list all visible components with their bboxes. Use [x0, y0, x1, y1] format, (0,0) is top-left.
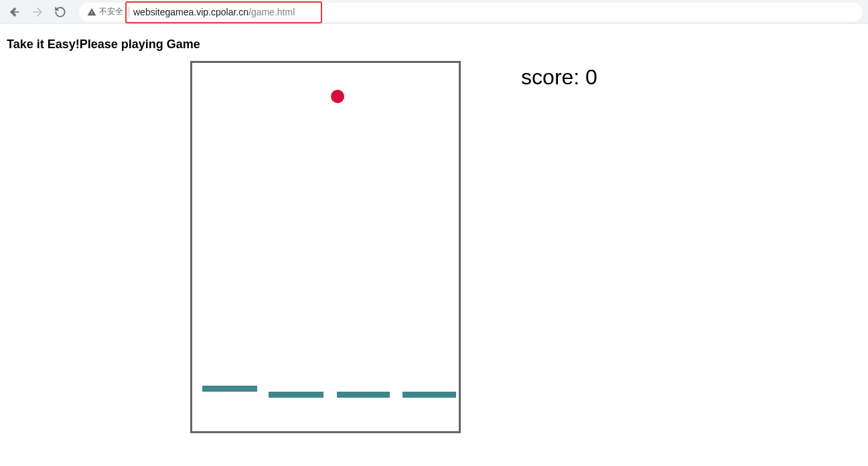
url-divider — [129, 7, 129, 17]
game-ball — [331, 90, 344, 103]
reload-button[interactable] — [51, 3, 70, 21]
game-canvas[interactable] — [190, 61, 461, 433]
browser-toolbar: 不安全 websitegamea.vip.cpolar.cn/game.html — [0, 0, 868, 24]
url-path: /game.html — [248, 7, 295, 17]
url-text: websitegamea.vip.cpolar.cn/game.html — [133, 7, 295, 17]
game-row: score: 0 — [0, 61, 863, 433]
security-warning[interactable]: 不安全 — [87, 6, 123, 17]
score-display: score: 0 — [521, 65, 597, 90]
back-button[interactable] — [5, 3, 24, 21]
security-label: 不安全 — [99, 6, 123, 17]
game-platform — [202, 386, 257, 392]
game-platform — [269, 392, 323, 398]
page-title: Take it Easy!Please playing Game — [7, 37, 863, 52]
score-label: score: — [521, 65, 585, 89]
address-bar[interactable]: 不安全 websitegamea.vip.cpolar.cn/game.html — [79, 3, 863, 21]
game-platform — [337, 392, 390, 398]
url-host: websitegamea.vip.cpolar.cn — [133, 7, 248, 17]
page-content: Take it Easy!Please playing Game score: … — [0, 24, 868, 433]
game-platform — [403, 392, 456, 398]
score-value: 0 — [585, 65, 597, 89]
warning-icon — [87, 7, 96, 17]
forward-button[interactable] — [28, 3, 47, 21]
